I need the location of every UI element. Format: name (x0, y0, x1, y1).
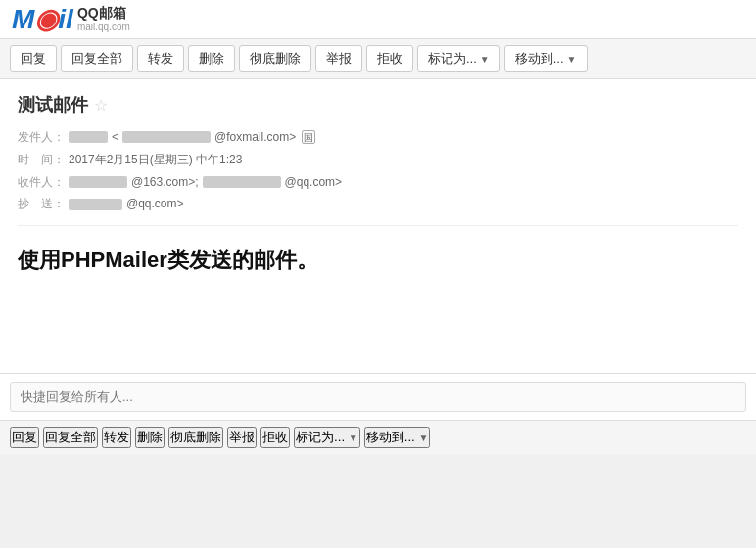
move-to-button[interactable]: 移动到... ▼ (504, 45, 588, 72)
recipient2-blur (203, 176, 281, 188)
cc-label: 抄 送： (18, 193, 65, 215)
bottom-delete-permanent-button[interactable]: 彻底删除 (168, 427, 223, 448)
email-meta: 发件人： < @foxmail.com> 国 时 间： 2017年2月15日(星… (18, 126, 738, 226)
reject-button[interactable]: 拒收 (366, 45, 413, 72)
recipient1-domain: @163.com>; (131, 171, 199, 194)
forward-button[interactable]: 转发 (137, 45, 184, 72)
bottom-mark-as-arrow-icon: ▼ (349, 433, 358, 443)
delete-permanent-button[interactable]: 彻底删除 (239, 45, 311, 72)
top-toolbar: 回复 回复全部 转发 删除 彻底删除 举报 拒收 标记为... ▼ 移动到...… (0, 39, 756, 79)
time-label: 时 间： (18, 149, 65, 171)
reply-button[interactable]: 回复 (10, 45, 57, 72)
mark-as-arrow-icon: ▼ (480, 54, 490, 65)
bottom-reply-button[interactable]: 回复 (10, 427, 39, 448)
time-value: 2017年2月15日(星期三) 中午1:23 (69, 149, 242, 171)
email-subject-row: 测试邮件 ☆ (18, 93, 738, 116)
move-to-arrow-icon: ▼ (567, 54, 577, 65)
email-body: 使用PHPMailer类发送的邮件。 (18, 226, 738, 363)
qq-url: mail.qq.com (77, 22, 130, 33)
cc-domain: @qq.com> (126, 193, 184, 215)
sender-domain: @foxmail.com> (214, 126, 296, 149)
recipient-row: 收件人： @163.com>; @qq.com> (18, 171, 738, 194)
bottom-forward-button[interactable]: 转发 (102, 427, 131, 448)
qq-label: QQ邮箱 (77, 5, 130, 22)
time-row: 时 间： 2017年2月15日(星期三) 中午1:23 (18, 149, 738, 171)
email-body-text: 使用PHPMailer类发送的邮件。 (18, 248, 318, 272)
reply-all-button[interactable]: 回复全部 (61, 45, 133, 72)
sender-lt: < (112, 126, 118, 149)
bottom-reply-all-button[interactable]: 回复全部 (43, 427, 98, 448)
header: M◉il QQ邮箱 mail.qq.com (0, 0, 756, 39)
sender-name-blur (69, 131, 108, 143)
bottom-delete-button[interactable]: 删除 (135, 427, 165, 448)
bottom-reject-button[interactable]: 拒收 (260, 427, 290, 448)
expand-sender-icon[interactable]: 国 (302, 130, 315, 144)
email-container: 测试邮件 ☆ 发件人： < @foxmail.com> 国 时 间： 2017年… (0, 79, 756, 373)
star-icon[interactable]: ☆ (94, 96, 108, 114)
delete-button[interactable]: 删除 (188, 45, 235, 72)
cc-blur (69, 199, 122, 210)
quick-reply-area (0, 373, 756, 420)
bottom-move-to-arrow-icon: ▼ (419, 433, 429, 443)
sender-email-blur (122, 131, 211, 143)
cc-row: 抄 送： @qq.com> (18, 193, 738, 215)
sender-label: 发件人： (18, 126, 65, 149)
bottom-report-button[interactable]: 举报 (227, 427, 257, 448)
recipient-label: 收件人： (18, 171, 65, 194)
recipient1-blur (69, 176, 127, 188)
logo: M◉il QQ邮箱 mail.qq.com (12, 5, 130, 33)
logo-mail-icon: M◉il (12, 6, 73, 33)
quick-reply-input[interactable] (10, 382, 746, 412)
bottom-toolbar: 回复 回复全部 转发 删除 彻底删除 举报 拒收 标记为... ▼ 移动到...… (0, 420, 756, 454)
report-button[interactable]: 举报 (315, 45, 362, 72)
email-subject: 测试邮件 (18, 93, 88, 116)
bottom-mark-as-button[interactable]: 标记为... ▼ (294, 427, 360, 448)
mark-as-button[interactable]: 标记为... ▼ (417, 45, 500, 72)
sender-row: 发件人： < @foxmail.com> 国 (18, 126, 738, 149)
logo-qq-info: QQ邮箱 mail.qq.com (77, 5, 130, 33)
bottom-move-to-button[interactable]: 移动到... ▼ (364, 427, 431, 448)
recipient2-domain: @qq.com> (285, 171, 343, 194)
